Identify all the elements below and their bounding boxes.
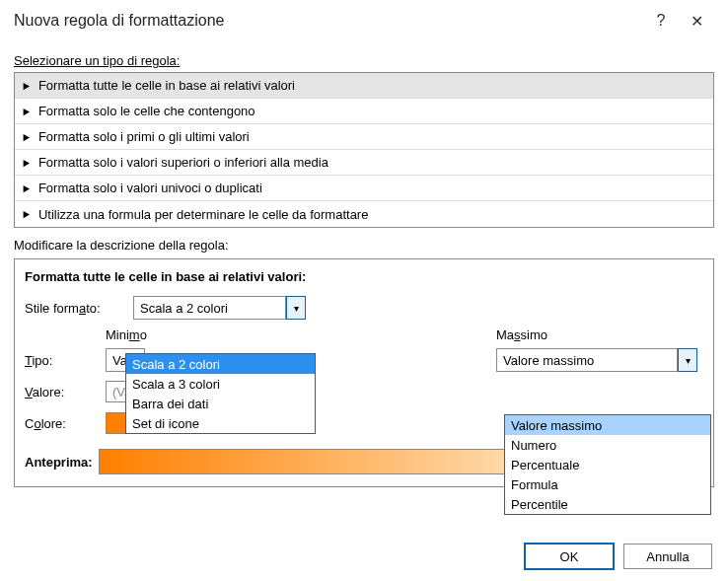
- arrow-icon: ►: [22, 130, 33, 144]
- arrow-icon: ►: [22, 105, 33, 118]
- dropdown-option[interactable]: Scala a 2 colori: [126, 354, 315, 374]
- dropdown-option[interactable]: Numero: [505, 435, 710, 455]
- dropdown-option[interactable]: Scala a 3 colori: [126, 374, 315, 394]
- rule-type-label: Formatta tutte le celle in base ai relat…: [38, 78, 295, 93]
- arrow-icon: ►: [22, 182, 33, 195]
- edit-description-label: Modificare la descrizione della regola:: [14, 238, 714, 253]
- rule-type-item[interactable]: ►Utilizza una formula per determinare le…: [15, 201, 713, 227]
- rule-type-item[interactable]: ►Formatta tutte le celle in base ai rela…: [15, 73, 713, 99]
- max-type-combo[interactable]: Valore massimo ▾: [496, 348, 703, 372]
- dropdown-option[interactable]: Percentile: [505, 494, 710, 514]
- minimum-header: Minimo: [106, 327, 382, 342]
- type-label: Tipo:: [25, 353, 90, 368]
- rule-type-label: Formatta solo le celle che contengono: [38, 104, 255, 118]
- value-label: Valore:: [25, 385, 90, 399]
- dropdown-option[interactable]: Formula: [505, 474, 710, 494]
- format-style-value: Scala a 2 colori: [140, 301, 228, 316]
- dropdown-option[interactable]: Set di icone: [126, 413, 315, 433]
- format-style-label: Stile formato:: [25, 301, 133, 316]
- dropdown-option[interactable]: Percentuale: [505, 455, 710, 474]
- format-style-dropdown[interactable]: Scala a 2 colori Scala a 3 colori Barra …: [125, 353, 316, 434]
- rule-type-item[interactable]: ►Formatta solo i valori univoci o duplic…: [15, 176, 713, 201]
- dropdown-option[interactable]: Valore massimo: [505, 415, 710, 435]
- rule-type-item[interactable]: ►Formatta solo i valori superiori o infe…: [15, 150, 713, 176]
- description-title: Formatta tutte le celle in base ai relat…: [25, 269, 703, 284]
- max-type-value: Valore massimo: [503, 353, 594, 368]
- format-style-combo[interactable]: Scala a 2 colori ▾: [133, 296, 306, 320]
- rule-type-label: Utilizza una formula per determinare le …: [38, 207, 369, 222]
- chevron-down-icon[interactable]: ▾: [286, 296, 306, 320]
- color-label: Colore:: [25, 416, 90, 431]
- cancel-button[interactable]: Annulla: [623, 544, 712, 569]
- rule-type-list[interactable]: ►Formatta tutte le celle in base ai rela…: [14, 72, 714, 228]
- dialog-title: Nuova regola di formattazione: [14, 12, 643, 30]
- maximum-header: Massimo: [496, 327, 703, 342]
- select-rule-type-label: Selezionare un tipo di regola:: [14, 53, 714, 68]
- rule-type-item[interactable]: ►Formatta solo i primi o gli ultimi valo…: [15, 124, 713, 150]
- arrow-icon: ►: [22, 207, 33, 221]
- rule-type-item[interactable]: ►Formatta solo le celle che contengono: [15, 99, 713, 124]
- close-button[interactable]: ✕: [679, 12, 714, 31]
- rule-type-label: Formatta solo i valori univoci o duplica…: [38, 181, 262, 195]
- rule-type-label: Formatta solo i primi o gli ultimi valor…: [38, 129, 250, 144]
- dropdown-option[interactable]: Barra dei dati: [126, 394, 315, 413]
- preview-bar: [99, 449, 506, 474]
- help-button[interactable]: ?: [643, 12, 679, 30]
- arrow-icon: ►: [22, 156, 33, 170]
- ok-button[interactable]: OK: [525, 544, 614, 569]
- preview-label: Anteprima:: [25, 455, 93, 470]
- chevron-down-icon[interactable]: ▾: [678, 348, 697, 372]
- rule-type-label: Formatta solo i valori superiori o infer…: [38, 155, 328, 170]
- max-type-dropdown[interactable]: Valore massimo Numero Percentuale Formul…: [504, 414, 711, 515]
- arrow-icon: ►: [22, 79, 33, 93]
